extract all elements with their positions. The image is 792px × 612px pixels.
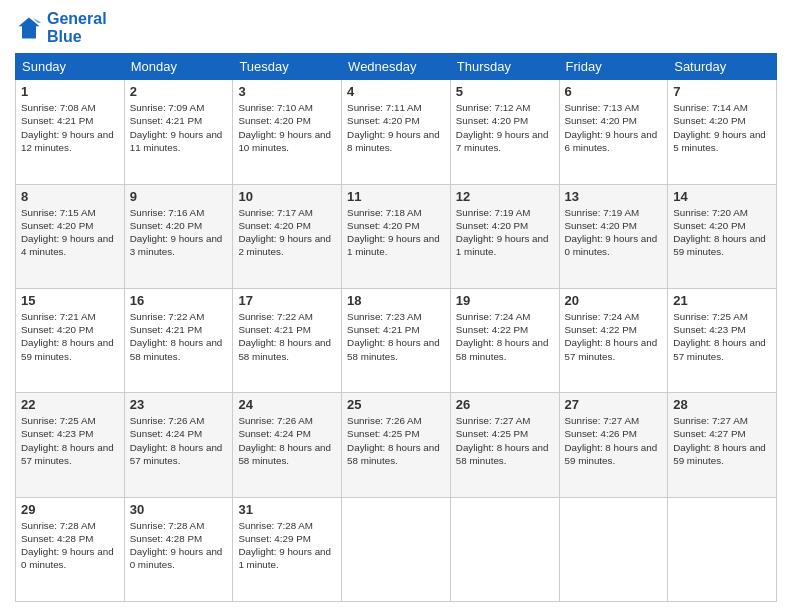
logo-icon: [15, 14, 43, 42]
calendar-cell: 4Sunrise: 7:11 AMSunset: 4:20 PMDaylight…: [342, 80, 451, 184]
cell-info: Sunrise: 7:19 AMSunset: 4:20 PMDaylight:…: [456, 207, 549, 258]
calendar-cell: 29Sunrise: 7:28 AMSunset: 4:28 PMDayligh…: [16, 497, 125, 601]
day-number: 21: [673, 293, 771, 308]
day-number: 10: [238, 189, 336, 204]
cell-info: Sunrise: 7:09 AMSunset: 4:21 PMDaylight:…: [130, 102, 223, 153]
day-number: 19: [456, 293, 554, 308]
calendar-cell: 27Sunrise: 7:27 AMSunset: 4:26 PMDayligh…: [559, 393, 668, 497]
calendar-cell: 16Sunrise: 7:22 AMSunset: 4:21 PMDayligh…: [124, 288, 233, 392]
calendar-cell: 23Sunrise: 7:26 AMSunset: 4:24 PMDayligh…: [124, 393, 233, 497]
weekday-header-thursday: Thursday: [450, 54, 559, 80]
day-number: 2: [130, 84, 228, 99]
calendar-cell: 20Sunrise: 7:24 AMSunset: 4:22 PMDayligh…: [559, 288, 668, 392]
calendar-cell: [559, 497, 668, 601]
day-number: 30: [130, 502, 228, 517]
day-number: 1: [21, 84, 119, 99]
cell-info: Sunrise: 7:25 AMSunset: 4:23 PMDaylight:…: [21, 415, 114, 466]
weekday-header-row: SundayMondayTuesdayWednesdayThursdayFrid…: [16, 54, 777, 80]
cell-info: Sunrise: 7:13 AMSunset: 4:20 PMDaylight:…: [565, 102, 658, 153]
calendar-cell: 10Sunrise: 7:17 AMSunset: 4:20 PMDayligh…: [233, 184, 342, 288]
day-number: 15: [21, 293, 119, 308]
week-row-4: 22Sunrise: 7:25 AMSunset: 4:23 PMDayligh…: [16, 393, 777, 497]
cell-info: Sunrise: 7:08 AMSunset: 4:21 PMDaylight:…: [21, 102, 114, 153]
header: General Blue: [15, 10, 777, 45]
calendar-cell: 26Sunrise: 7:27 AMSunset: 4:25 PMDayligh…: [450, 393, 559, 497]
weekday-header-monday: Monday: [124, 54, 233, 80]
calendar-cell: 12Sunrise: 7:19 AMSunset: 4:20 PMDayligh…: [450, 184, 559, 288]
cell-info: Sunrise: 7:28 AMSunset: 4:28 PMDaylight:…: [130, 520, 223, 571]
day-number: 24: [238, 397, 336, 412]
week-row-1: 1Sunrise: 7:08 AMSunset: 4:21 PMDaylight…: [16, 80, 777, 184]
cell-info: Sunrise: 7:26 AMSunset: 4:24 PMDaylight:…: [238, 415, 331, 466]
day-number: 14: [673, 189, 771, 204]
calendar-cell: 13Sunrise: 7:19 AMSunset: 4:20 PMDayligh…: [559, 184, 668, 288]
day-number: 12: [456, 189, 554, 204]
day-number: 22: [21, 397, 119, 412]
week-row-5: 29Sunrise: 7:28 AMSunset: 4:28 PMDayligh…: [16, 497, 777, 601]
cell-info: Sunrise: 7:27 AMSunset: 4:25 PMDaylight:…: [456, 415, 549, 466]
weekday-header-friday: Friday: [559, 54, 668, 80]
cell-info: Sunrise: 7:27 AMSunset: 4:26 PMDaylight:…: [565, 415, 658, 466]
calendar-cell: 17Sunrise: 7:22 AMSunset: 4:21 PMDayligh…: [233, 288, 342, 392]
cell-info: Sunrise: 7:12 AMSunset: 4:20 PMDaylight:…: [456, 102, 549, 153]
calendar-cell: 30Sunrise: 7:28 AMSunset: 4:28 PMDayligh…: [124, 497, 233, 601]
cell-info: Sunrise: 7:19 AMSunset: 4:20 PMDaylight:…: [565, 207, 658, 258]
calendar-cell: 11Sunrise: 7:18 AMSunset: 4:20 PMDayligh…: [342, 184, 451, 288]
calendar-cell: 6Sunrise: 7:13 AMSunset: 4:20 PMDaylight…: [559, 80, 668, 184]
cell-info: Sunrise: 7:10 AMSunset: 4:20 PMDaylight:…: [238, 102, 331, 153]
day-number: 29: [21, 502, 119, 517]
day-number: 13: [565, 189, 663, 204]
calendar-table: SundayMondayTuesdayWednesdayThursdayFrid…: [15, 53, 777, 602]
cell-info: Sunrise: 7:11 AMSunset: 4:20 PMDaylight:…: [347, 102, 440, 153]
calendar-cell: [450, 497, 559, 601]
calendar-cell: 15Sunrise: 7:21 AMSunset: 4:20 PMDayligh…: [16, 288, 125, 392]
cell-info: Sunrise: 7:24 AMSunset: 4:22 PMDaylight:…: [456, 311, 549, 362]
calendar-cell: 9Sunrise: 7:16 AMSunset: 4:20 PMDaylight…: [124, 184, 233, 288]
day-number: 20: [565, 293, 663, 308]
page: General Blue SundayMondayTuesdayWednesda…: [0, 0, 792, 612]
cell-info: Sunrise: 7:26 AMSunset: 4:25 PMDaylight:…: [347, 415, 440, 466]
day-number: 8: [21, 189, 119, 204]
cell-info: Sunrise: 7:22 AMSunset: 4:21 PMDaylight:…: [238, 311, 331, 362]
calendar-cell: 24Sunrise: 7:26 AMSunset: 4:24 PMDayligh…: [233, 393, 342, 497]
calendar-cell: 19Sunrise: 7:24 AMSunset: 4:22 PMDayligh…: [450, 288, 559, 392]
logo: General Blue: [15, 10, 107, 45]
weekday-header-tuesday: Tuesday: [233, 54, 342, 80]
day-number: 7: [673, 84, 771, 99]
day-number: 11: [347, 189, 445, 204]
day-number: 25: [347, 397, 445, 412]
weekday-header-saturday: Saturday: [668, 54, 777, 80]
cell-info: Sunrise: 7:18 AMSunset: 4:20 PMDaylight:…: [347, 207, 440, 258]
week-row-3: 15Sunrise: 7:21 AMSunset: 4:20 PMDayligh…: [16, 288, 777, 392]
calendar-cell: 14Sunrise: 7:20 AMSunset: 4:20 PMDayligh…: [668, 184, 777, 288]
cell-info: Sunrise: 7:23 AMSunset: 4:21 PMDaylight:…: [347, 311, 440, 362]
weekday-header-sunday: Sunday: [16, 54, 125, 80]
day-number: 31: [238, 502, 336, 517]
weekday-header-wednesday: Wednesday: [342, 54, 451, 80]
cell-info: Sunrise: 7:26 AMSunset: 4:24 PMDaylight:…: [130, 415, 223, 466]
day-number: 3: [238, 84, 336, 99]
calendar-cell: 7Sunrise: 7:14 AMSunset: 4:20 PMDaylight…: [668, 80, 777, 184]
day-number: 5: [456, 84, 554, 99]
cell-info: Sunrise: 7:14 AMSunset: 4:20 PMDaylight:…: [673, 102, 766, 153]
cell-info: Sunrise: 7:28 AMSunset: 4:29 PMDaylight:…: [238, 520, 331, 571]
calendar-cell: [668, 497, 777, 601]
cell-info: Sunrise: 7:16 AMSunset: 4:20 PMDaylight:…: [130, 207, 223, 258]
calendar-cell: [342, 497, 451, 601]
calendar-cell: 21Sunrise: 7:25 AMSunset: 4:23 PMDayligh…: [668, 288, 777, 392]
calendar-cell: 22Sunrise: 7:25 AMSunset: 4:23 PMDayligh…: [16, 393, 125, 497]
day-number: 9: [130, 189, 228, 204]
cell-info: Sunrise: 7:20 AMSunset: 4:20 PMDaylight:…: [673, 207, 766, 258]
calendar-cell: 1Sunrise: 7:08 AMSunset: 4:21 PMDaylight…: [16, 80, 125, 184]
calendar-cell: 8Sunrise: 7:15 AMSunset: 4:20 PMDaylight…: [16, 184, 125, 288]
day-number: 28: [673, 397, 771, 412]
calendar-cell: 25Sunrise: 7:26 AMSunset: 4:25 PMDayligh…: [342, 393, 451, 497]
day-number: 26: [456, 397, 554, 412]
cell-info: Sunrise: 7:21 AMSunset: 4:20 PMDaylight:…: [21, 311, 114, 362]
cell-info: Sunrise: 7:15 AMSunset: 4:20 PMDaylight:…: [21, 207, 114, 258]
calendar-cell: 31Sunrise: 7:28 AMSunset: 4:29 PMDayligh…: [233, 497, 342, 601]
calendar-cell: 28Sunrise: 7:27 AMSunset: 4:27 PMDayligh…: [668, 393, 777, 497]
cell-info: Sunrise: 7:27 AMSunset: 4:27 PMDaylight:…: [673, 415, 766, 466]
calendar-cell: 3Sunrise: 7:10 AMSunset: 4:20 PMDaylight…: [233, 80, 342, 184]
calendar-cell: 18Sunrise: 7:23 AMSunset: 4:21 PMDayligh…: [342, 288, 451, 392]
